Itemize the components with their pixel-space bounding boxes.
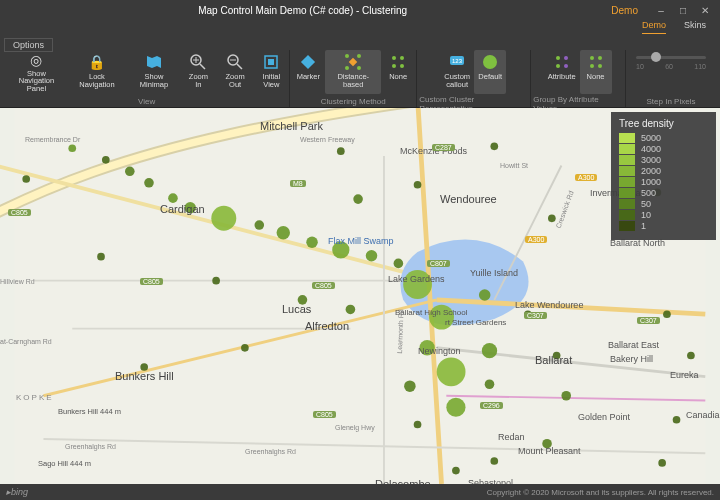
initial-view-button[interactable]: Initial View: [255, 50, 287, 94]
cluster-marker[interactable]: [485, 379, 495, 389]
cluster-marker[interactable]: [446, 398, 465, 417]
marker-icon: [298, 52, 318, 72]
svg-point-14: [357, 66, 361, 70]
cluster-marker[interactable]: [212, 277, 220, 285]
tab-skins[interactable]: Skins: [684, 20, 706, 34]
cluster-marker[interactable]: [337, 147, 345, 155]
circle-icon: [480, 52, 500, 72]
svg-text:123: 123: [452, 58, 463, 64]
minimize-button[interactable]: –: [650, 1, 672, 19]
cluster-marker[interactable]: [68, 144, 76, 152]
legend-row: 1000: [619, 177, 708, 187]
close-button[interactable]: ✕: [694, 1, 716, 19]
cluster-marker[interactable]: [482, 343, 497, 358]
svg-point-21: [483, 55, 497, 69]
gba-none-button[interactable]: None: [580, 50, 612, 94]
minimap-button[interactable]: Show Minimap: [127, 50, 181, 94]
legend: Tree density 500040003000200010005005010…: [611, 112, 716, 240]
show-nav-panel-button[interactable]: ◎Show Navigation Panel: [6, 50, 67, 94]
cluster-marker[interactable]: [490, 457, 498, 465]
lock-nav-button[interactable]: 🔒Lock Navigation: [68, 50, 126, 94]
map-viewport[interactable]: Mitchell Park Western Freeway McKenzie F…: [0, 108, 720, 484]
cluster-marker[interactable]: [414, 421, 422, 429]
cluster-marker[interactable]: [452, 467, 460, 475]
cluster-marker[interactable]: [353, 194, 363, 204]
legend-swatch: [619, 177, 635, 187]
step-group-label: Step In Pixels: [647, 96, 696, 107]
clustering-none-button[interactable]: None: [382, 50, 414, 94]
zoom-in-button[interactable]: Zoom In: [182, 50, 215, 94]
cluster-marker[interactable]: [542, 439, 552, 449]
cluster-marker[interactable]: [346, 305, 356, 315]
distance-based-button[interactable]: Distance-based: [325, 50, 381, 94]
legend-row: 4000: [619, 144, 708, 154]
legend-swatch: [619, 166, 635, 176]
zoom-in-icon: [188, 52, 208, 72]
cluster-marker[interactable]: [548, 214, 556, 222]
slider-thumb[interactable]: [651, 52, 661, 62]
cluster-marker[interactable]: [366, 250, 378, 262]
window-title: Map Control Main Demo (C# code) - Cluste…: [4, 5, 601, 16]
legend-value: 5000: [641, 133, 661, 143]
cluster-marker[interactable]: [144, 178, 154, 188]
cluster-marker[interactable]: [658, 459, 666, 467]
cluster-marker[interactable]: [241, 344, 249, 352]
svg-point-11: [345, 54, 349, 58]
cluster-marker[interactable]: [673, 416, 681, 424]
default-repr-button[interactable]: Default: [474, 50, 506, 94]
svg-point-17: [392, 64, 396, 68]
cluster-marker[interactable]: [394, 259, 404, 269]
clustering-group-label: Clustering Method: [321, 96, 386, 107]
cluster-marker[interactable]: [524, 310, 532, 318]
cluster-marker[interactable]: [429, 305, 454, 330]
footer: ▸bing Copyright © 2020 Microsoft and its…: [0, 484, 720, 500]
cluster-marker[interactable]: [184, 202, 196, 214]
maximize-button[interactable]: □: [672, 1, 694, 19]
cluster-marker[interactable]: [332, 241, 349, 258]
view-group-label: View: [138, 96, 155, 107]
marker-button[interactable]: Marker: [292, 50, 324, 94]
cluster-marker[interactable]: [140, 363, 148, 371]
callout-icon: 123: [447, 52, 467, 72]
legend-value: 1000: [641, 177, 661, 187]
cluster-marker[interactable]: [553, 352, 561, 360]
cluster-marker[interactable]: [437, 357, 466, 386]
cluster-marker[interactable]: [22, 175, 30, 183]
svg-point-24: [556, 64, 560, 68]
cluster-marker[interactable]: [490, 143, 498, 151]
cluster-marker[interactable]: [687, 352, 695, 360]
options-row: Options: [0, 34, 720, 48]
svg-line-5: [237, 64, 242, 69]
legend-row: 500: [619, 188, 708, 198]
tab-demo[interactable]: Demo: [642, 20, 666, 34]
cluster-marker[interactable]: [561, 391, 571, 401]
demo-link[interactable]: Demo: [601, 5, 648, 16]
initial-view-icon: [261, 52, 281, 72]
cluster-marker[interactable]: [403, 270, 432, 299]
attribute-button[interactable]: Attribute: [545, 50, 579, 94]
cluster-marker[interactable]: [254, 220, 264, 230]
custom-callout-button[interactable]: 123Custom callout: [441, 50, 473, 94]
cluster-marker[interactable]: [419, 340, 434, 355]
svg-point-29: [598, 64, 602, 68]
legend-value: 1: [641, 221, 646, 231]
cluster-marker[interactable]: [298, 295, 308, 305]
zoom-out-button[interactable]: Zoom Out: [216, 50, 255, 94]
ribbon: ◎Show Navigation Panel 🔒Lock Navigation …: [0, 48, 720, 108]
cluster-marker[interactable]: [663, 310, 671, 318]
attribute-icon: [552, 52, 572, 72]
cluster-marker[interactable]: [211, 206, 236, 231]
title-bar: Map Control Main Demo (C# code) - Cluste…: [0, 0, 720, 20]
cluster-marker[interactable]: [479, 289, 491, 301]
cluster-marker[interactable]: [97, 253, 105, 261]
cluster-marker[interactable]: [404, 380, 416, 392]
cluster-marker[interactable]: [168, 193, 178, 203]
cluster-marker[interactable]: [306, 237, 318, 249]
step-slider[interactable]: 1060110: [628, 50, 714, 76]
cluster-marker[interactable]: [277, 226, 290, 239]
cluster-marker[interactable]: [414, 181, 422, 189]
cluster-marker[interactable]: [125, 167, 135, 177]
cluster-marker[interactable]: [102, 156, 110, 164]
legend-swatch: [619, 144, 635, 154]
legend-value: 3000: [641, 155, 661, 165]
